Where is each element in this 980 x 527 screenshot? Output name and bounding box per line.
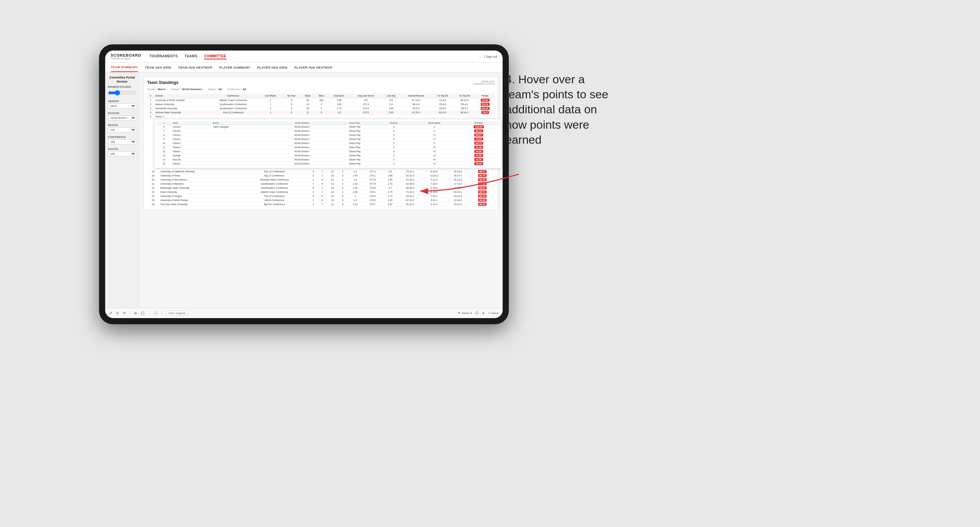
tt-cell-wpoints[interactable]: 21.26 (458, 145, 499, 149)
tab-team-h2h-heatmap[interactable]: TEAM H2H HEATMAP (178, 63, 212, 72)
min-rounds-slider[interactable] (108, 90, 136, 95)
tt-cell-wpoints[interactable]: 97.66 (458, 154, 499, 158)
cell-school: University of Oregon (159, 194, 240, 198)
tt-cell-wpoints[interactable]: 30-13 (458, 129, 499, 133)
cell-points[interactable]: 88.48 (470, 182, 495, 186)
nav-teams[interactable]: TEAMS (185, 54, 198, 59)
layout-button[interactable]: ⊞ (482, 312, 485, 315)
cell-points[interactable]: 88.71 (470, 190, 495, 194)
cell-rnds: 30 (301, 98, 315, 102)
redo-icon[interactable]: ↻ (116, 311, 119, 315)
cell-conf-rank: 3 (309, 174, 318, 178)
cell-low-adj: 2.71 (382, 194, 398, 198)
tt-cell-wpoints[interactable]: 74.03 (458, 137, 499, 141)
cell-avg-low: 277.2 (363, 170, 382, 174)
cell-points[interactable]: 97.02 (476, 98, 495, 102)
paste-icon[interactable]: 📋 (141, 311, 145, 315)
tab-player-h2h-heatmap[interactable]: PLAYER H2H HEATMAP (294, 63, 332, 72)
col-overall: Overall Record (401, 94, 432, 98)
cell-points[interactable]: 93.31 (476, 102, 495, 106)
tt-cell-impact: +3 (410, 154, 458, 158)
cell-adj-score: 2.82 (328, 102, 350, 106)
region-select[interactable]: N/A (108, 127, 136, 132)
division-select[interactable]: NCAA Division I (108, 115, 136, 121)
cell-vs25: 13-9-0 (432, 98, 453, 102)
sign-out-button[interactable]: | Sign out (480, 55, 497, 59)
undo-icon[interactable]: ↺ (109, 311, 112, 315)
comment-button[interactable]: 💬 (475, 312, 479, 315)
clock-icon[interactable]: 🕐 (153, 311, 158, 315)
tt-cell-type: Stroke Play (332, 137, 378, 141)
cell-rank: 21 (147, 182, 159, 186)
tt-cell-wpoints[interactable]: 41.05 (458, 158, 499, 162)
cell-points[interactable]: 88.89 (470, 198, 495, 202)
cell-overall: 53-41-1 (398, 194, 422, 198)
cell-low-adj: 2.6 (382, 170, 398, 174)
cell-no-tour: 9 (282, 102, 301, 106)
col-rank: # (147, 94, 154, 98)
cell-vs50: 55-4-0 (453, 102, 475, 106)
tt-cell-impact: +0 (410, 149, 458, 154)
cell-conf: Atlantic Coast Conference (240, 190, 309, 194)
tt-cell-type: Match Play (332, 145, 378, 149)
tab-team-h2h-grid[interactable]: TEAM H2H GRID (145, 63, 172, 72)
sidebar-region: Region N/A (108, 124, 136, 132)
tt-cell-team: Univers... (172, 141, 212, 145)
cell-points[interactable]: 88.94 (470, 202, 495, 206)
tab-player-h2h-grid[interactable]: PLAYER H2H GRID (257, 63, 288, 72)
refresh-icon[interactable]: ⟳ (123, 311, 126, 315)
cell-points[interactable]: 88.07 (470, 170, 495, 174)
tablet-screen: SCOREBOARD Powered by clippd TOURNAMENTS… (105, 51, 503, 318)
cell-vs50: 50-10-0 (453, 98, 475, 102)
cell-adj-score: 1.45 (347, 174, 363, 178)
tt-cell-event (212, 141, 272, 145)
cell-points[interactable]: 78.5 (476, 111, 495, 115)
cell-points[interactable]: 88.49 (470, 178, 495, 182)
share-button[interactable]: ↗ Share (488, 312, 498, 315)
tt-cell-type: Stroke Play (332, 154, 378, 158)
watch-button[interactable]: 👁 Watch ▾ (458, 312, 472, 315)
cell-school: University of North Florida (159, 198, 240, 202)
tt-cell-wpoints[interactable]: 110.63 (458, 125, 499, 129)
eye-icon: 👁 (458, 312, 461, 315)
cell-conf-rank: 1 (309, 202, 318, 206)
cell-vs50: 24-31-0 (446, 190, 470, 194)
nav-tournaments[interactable]: TOURNAMENTS (149, 54, 178, 59)
tt-cell-type: Stroke Play (332, 149, 378, 154)
school-select[interactable]: (All) (108, 151, 136, 156)
tt-cell-wpoints[interactable]: 56.64 (458, 149, 499, 154)
tt-cell-rounds: 3 (377, 154, 410, 158)
tt-cell-rank: 15 (156, 162, 172, 166)
copy-icon[interactable]: ⧉ (134, 311, 137, 315)
cell-low-adj: 2.6 (382, 102, 401, 106)
tt-cell-wpoints[interactable]: 84.97 (458, 133, 499, 137)
conference-select[interactable]: (All) (108, 139, 136, 144)
cell-points[interactable]: 88.81 (470, 186, 495, 190)
sidebar: Committee Portal Review Minimum Rounds G… (105, 72, 139, 308)
sidebar-school: School (All) (108, 148, 136, 156)
cell-points[interactable]: 88.70 (470, 174, 495, 178)
tab-player-summary[interactable]: PLAYER SUMMARY (219, 63, 250, 72)
cell-points[interactable]: 88.14 (470, 194, 495, 198)
cell-wins: 2 (338, 182, 347, 186)
cell-no-tour: 5 (318, 194, 326, 198)
gender-select[interactable]: Men's (108, 103, 136, 108)
view-button[interactable]: View: Original (166, 311, 188, 316)
cell-rank: 3 (147, 106, 154, 111)
tt-cell-wpoints[interactable]: 78.30 (458, 162, 499, 166)
cell-points[interactable] (476, 115, 495, 119)
tt-cell-wpoints[interactable]: 42.73 (458, 141, 499, 145)
nav-committee[interactable]: COMMITTEE (204, 54, 226, 59)
cell-vs25: 6-12-0 (422, 170, 446, 174)
cell-wins: 4 (315, 106, 328, 111)
cell-points[interactable]: 90.32 (476, 106, 495, 111)
cell-conf-rank: 1 (309, 178, 318, 182)
tt-cell-impact: +3 (410, 137, 458, 141)
filter-gender: Gender: Men's (147, 88, 165, 91)
tab-team-summary[interactable]: TEAM SUMMARY (111, 63, 138, 72)
update-time: Update time: 13/03/2024 10:03:42 (473, 80, 495, 85)
cell-no-tour: 7 (318, 174, 326, 178)
cell-avg-low: 278.6 (363, 186, 382, 190)
app-title: SCOREBOARD (111, 54, 141, 57)
cell-low-adj: 2.69 (382, 198, 398, 202)
